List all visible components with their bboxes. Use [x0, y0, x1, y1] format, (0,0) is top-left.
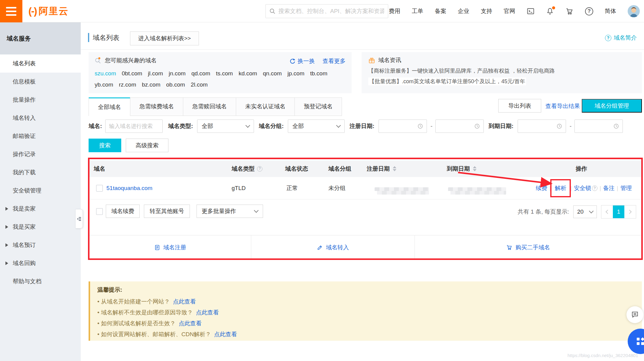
suggested-domain[interactable]: rz.com [119, 80, 136, 90]
tip-link[interactable]: 点此查看 [179, 320, 202, 327]
batch-renew-button[interactable]: 域名续费 [106, 205, 140, 218]
refresh-domains-link[interactable]: 换一换 [289, 57, 315, 65]
suggested-domain[interactable]: jp.com [288, 68, 304, 78]
sidebar-item-security-lock[interactable]: 安全锁管理 [0, 182, 81, 200]
exp-date-start-input[interactable] [518, 120, 566, 133]
suggested-domain[interactable]: yb.com [95, 80, 113, 90]
tip-link[interactable]: 点此查看 [214, 331, 237, 337]
view-export-result-link[interactable]: 查看导出结果 [545, 102, 580, 110]
reg-date-start-input[interactable] [379, 120, 427, 133]
batch-transfer-button[interactable]: 转至其他账号 [144, 205, 190, 218]
suggested-domain[interactable]: bz.com [142, 80, 160, 90]
suggested-domain[interactable]: szu.com [95, 68, 116, 78]
user-avatar[interactable] [628, 5, 640, 17]
sidebar-item-i-am-seller[interactable]: 我是卖家 [0, 200, 81, 218]
tip-link[interactable]: 点此查看 [173, 298, 196, 305]
register-domain-link[interactable]: 域名注册 [89, 235, 251, 259]
suggested-domain[interactable]: kd.com [239, 68, 257, 78]
sidebar-collapse-handle[interactable] [75, 209, 83, 228]
sidebar-item-info-template[interactable]: 信息模板 [0, 73, 81, 91]
buy-secondhand-domain-link[interactable]: 购买二手域名 [415, 235, 641, 259]
nav-item-website[interactable]: 官网 [504, 7, 515, 15]
manage-action-link[interactable]: 管理 [620, 184, 632, 192]
tab-unverified[interactable]: 未实名认证域名 [236, 97, 295, 116]
domain-intro-link[interactable]: 域名简介 [605, 34, 637, 42]
tab-all-domains[interactable]: 全部域名 [89, 97, 130, 116]
current-page-button[interactable]: 1 [613, 205, 624, 218]
help-icon[interactable] [585, 7, 593, 15]
suggested-domain[interactable]: tb.com [310, 68, 327, 78]
terminal-icon[interactable] [527, 7, 535, 15]
global-search-input[interactable] [278, 8, 384, 15]
sidebar-item-email-verification[interactable]: 邮箱验证 [0, 127, 81, 145]
nav-item-tickets[interactable]: 工单 [412, 7, 423, 15]
sidebar-item-domain-buyback[interactable]: 域名回购 [0, 254, 81, 272]
suggested-domain[interactable]: ob.com [166, 80, 185, 90]
chevron-left-icon [606, 210, 610, 214]
select-all-checkbox[interactable] [96, 208, 103, 215]
reg-date-end-input[interactable] [435, 120, 484, 133]
domain-group-manage-button[interactable]: 域名分组管理 [582, 99, 642, 113]
enter-dns-list-button[interactable]: 进入域名解析列表>> [130, 31, 199, 45]
suggested-domain[interactable]: ts.com [216, 68, 233, 78]
row-checkbox[interactable] [96, 185, 103, 192]
suggested-domain[interactable]: qd.com [191, 68, 210, 78]
sidebar-item-i-am-buyer[interactable]: 我是买家 [0, 218, 81, 236]
advanced-search-button[interactable]: 高级搜索 [126, 139, 168, 152]
domain-filter-input-wrap [105, 120, 163, 133]
renew-action-link[interactable]: 续费 [536, 184, 547, 192]
group-filter-select[interactable]: 全部 [288, 120, 345, 133]
nav-item-enterprise[interactable]: 企业 [458, 7, 469, 15]
sidebar-item-domain-transfer-in[interactable]: 域名转入 [0, 109, 81, 127]
page-size-select[interactable]: 20 [573, 205, 597, 218]
sort-icon[interactable] [393, 166, 396, 171]
prev-page-button[interactable] [601, 205, 613, 218]
tip-link[interactable]: 点此查看 [196, 309, 219, 316]
notification-bell-icon[interactable] [546, 7, 554, 15]
sidebar: 域名服务 域名列表 信息模板 批量操作 域名转入 邮箱验证 操作记录 我的下载 … [0, 22, 81, 361]
nav-item-support[interactable]: 支持 [481, 7, 492, 15]
tab-preregistered[interactable]: 预登记域名 [294, 97, 342, 116]
sidebar-item-help-docs[interactable]: 帮助与文档 [0, 272, 81, 290]
type-filter-select[interactable]: 全部 [197, 120, 254, 133]
domain-filter-input[interactable] [106, 123, 162, 130]
suggested-domain[interactable]: qn.com [263, 68, 281, 78]
domain-group-value: 未分组 [328, 177, 346, 199]
transfer-in-domain-link[interactable]: 域名转入 [251, 235, 415, 259]
sidebar-item-operation-records[interactable]: 操作记录 [0, 145, 81, 163]
sort-icon[interactable] [473, 166, 476, 171]
news-line[interactable]: 【商标注册服务】一键快速入驻阿里品牌库，产品独有权益 ，轻松开启电商路 [368, 67, 635, 74]
next-page-button[interactable] [624, 205, 636, 218]
view-more-link[interactable]: 查看更多 [323, 57, 346, 65]
security-lock-action-link[interactable]: 安全锁 [574, 184, 597, 192]
hamburger-menu-button[interactable] [0, 0, 22, 22]
remark-action-link[interactable]: 备注 [603, 184, 615, 192]
cart-icon[interactable] [565, 7, 574, 15]
search-button[interactable]: 搜索 [89, 139, 121, 152]
feedback-chat-button[interactable] [626, 306, 643, 323]
col-exp-date[interactable]: 到期日期 [447, 160, 476, 177]
suggested-domain[interactable]: jn.com [169, 68, 186, 78]
sidebar-item-batch-operation[interactable]: 批量操作 [0, 91, 81, 109]
question-circle-icon[interactable] [257, 166, 262, 172]
suggested-domain[interactable]: 0bt.com [122, 68, 142, 78]
exp-date-end-input[interactable] [574, 120, 623, 133]
domain-name-link[interactable]: 51taoquanba.com [106, 177, 152, 199]
global-search[interactable] [265, 4, 388, 18]
sidebar-item-domain-list[interactable]: 域名列表 [0, 54, 81, 73]
sidebar-item-domain-preorder[interactable]: 域名预订 [0, 236, 81, 254]
more-batch-operations-select[interactable]: 更多批量操作 [197, 205, 263, 218]
suggested-domain[interactable]: jl.com [148, 68, 163, 78]
export-list-button[interactable]: 导出列表 [498, 99, 541, 113]
tab-redeem-urgent[interactable]: 急需赎回域名 [183, 97, 236, 116]
news-line[interactable]: 【批量优惠】.com英文域名单笔订单注册50个及以上，45元/首年 [368, 77, 635, 85]
tab-renew-urgent[interactable]: 急需续费域名 [130, 97, 183, 116]
col-reg-date[interactable]: 注册日期 [367, 160, 396, 177]
suggested-domain[interactable]: 2l.com [191, 80, 208, 90]
nav-item-billing[interactable]: 费用 [389, 7, 400, 15]
locale-switcher[interactable]: 简体 [605, 7, 616, 15]
nav-item-icp[interactable]: 备案 [435, 7, 446, 15]
sidebar-item-my-downloads[interactable]: 我的下载 [0, 163, 81, 182]
aliyun-logo[interactable]: (-) 阿里云 [28, 0, 69, 22]
resolve-action-link[interactable]: 解析 [555, 184, 566, 192]
